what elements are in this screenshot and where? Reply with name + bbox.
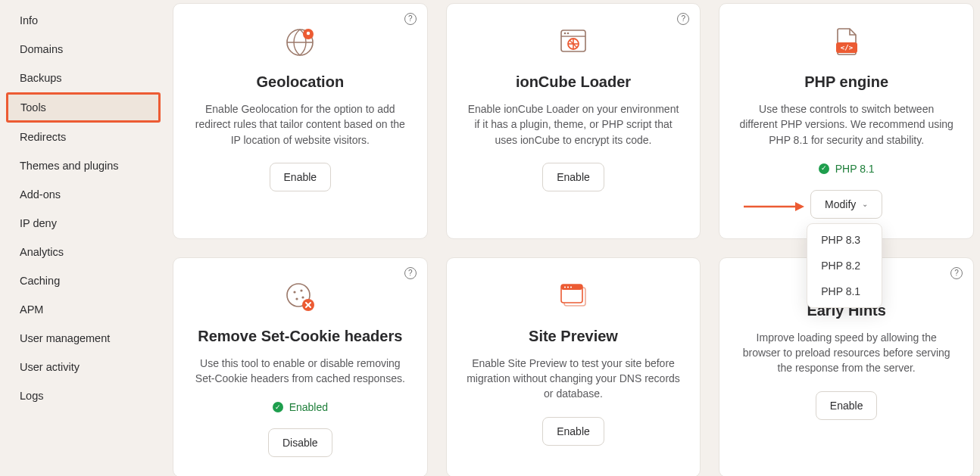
- help-icon[interactable]: ?: [677, 13, 689, 25]
- check-icon: ✓: [819, 163, 829, 174]
- sidebar-item-themes-plugins[interactable]: Themes and plugins: [6, 151, 161, 180]
- php-file-icon: </>: [829, 25, 864, 60]
- arrow-annotation-icon: [744, 201, 804, 212]
- status-enabled: ✓ Enabled: [273, 401, 328, 413]
- sidebar-item-domains[interactable]: Domains: [6, 35, 161, 64]
- card-description: Enable Site Preview to test your site be…: [467, 356, 681, 402]
- dropdown-item-php83[interactable]: PHP 8.3: [807, 227, 882, 253]
- card-php-engine: </> PHP engine Use these controls to swi…: [719, 3, 974, 239]
- card-remove-set-cookie: ? Remove Set-Cookie headers Use this too…: [173, 257, 428, 476]
- svg-point-18: [296, 297, 298, 300]
- sidebar-item-ip-deny[interactable]: IP deny: [6, 209, 161, 238]
- app-root: Info Domains Backups Tools Redirects The…: [0, 0, 980, 476]
- sidebar-item-addons[interactable]: Add-ons: [6, 180, 161, 209]
- chevron-down-icon: ⌄: [862, 200, 868, 208]
- sidebar-item-info[interactable]: Info: [6, 6, 161, 35]
- sidebar-item-tools[interactable]: Tools: [6, 92, 161, 123]
- help-icon[interactable]: ?: [950, 267, 963, 279]
- enable-button[interactable]: Enable: [816, 391, 878, 420]
- browser-preview-icon: [556, 279, 591, 314]
- card-description: Enable ionCube Loader on your environmen…: [467, 101, 681, 148]
- card-description: Enable Geolocation for the option to add…: [193, 101, 407, 148]
- card-description: Use these controls to switch between dif…: [739, 101, 953, 148]
- svg-marker-14: [795, 202, 804, 211]
- svg-point-16: [294, 291, 296, 293]
- sidebar-item-user-activity[interactable]: User activity: [6, 353, 161, 381]
- dropdown-item-php81[interactable]: PHP 8.1: [807, 278, 882, 304]
- status-text: PHP 8.1: [835, 163, 875, 175]
- svg-point-28: [570, 286, 572, 288]
- check-icon: ✓: [273, 402, 283, 412]
- modify-button[interactable]: Modify ⌄: [810, 190, 882, 219]
- browser-cube-icon: [556, 25, 591, 60]
- card-title: ionCube Loader: [516, 73, 631, 91]
- svg-point-5: [564, 33, 566, 35]
- php-version-dropdown: PHP 8.3 PHP 8.2 PHP 8.1: [807, 223, 882, 308]
- modify-button-label: Modify: [825, 198, 856, 210]
- php-status: ✓ PHP 8.1: [819, 163, 875, 175]
- svg-point-17: [301, 289, 303, 291]
- svg-point-19: [302, 296, 304, 298]
- modify-dropdown-wrap: Modify ⌄ PHP 8.3 PHP 8.2 PHP 8.1: [810, 190, 882, 219]
- sidebar-item-analytics[interactable]: Analytics: [6, 238, 161, 266]
- card-description: Improve loading speed by allowing the br…: [739, 330, 953, 376]
- sidebar-item-apm[interactable]: APM: [6, 295, 161, 324]
- cookie-remove-icon: [282, 279, 317, 314]
- sidebar: Info Domains Backups Tools Redirects The…: [0, 0, 167, 476]
- svg-point-27: [567, 286, 569, 288]
- card-description: Use this tool to enable or disable remov…: [193, 356, 407, 387]
- enable-button[interactable]: Enable: [542, 163, 604, 191]
- svg-text:</>: </>: [841, 44, 854, 51]
- card-ioncube: ? ionCube Loader Enable ionCube Loader o…: [446, 3, 701, 239]
- svg-point-6: [567, 33, 570, 35]
- sidebar-item-backups[interactable]: Backups: [6, 64, 161, 92]
- card-title: Site Preview: [529, 328, 618, 345]
- card-title: PHP engine: [804, 73, 888, 91]
- sidebar-item-user-management[interactable]: User management: [6, 324, 161, 353]
- tools-grid: ? Geolocation Enable Geolocation for the…: [167, 0, 980, 476]
- enable-button[interactable]: Enable: [542, 417, 604, 446]
- card-title: Geolocation: [257, 73, 345, 91]
- disable-button[interactable]: Disable: [268, 428, 332, 457]
- card-geolocation: ? Geolocation Enable Geolocation for the…: [173, 3, 428, 239]
- card-site-preview: Site Preview Enable Site Preview to test…: [446, 257, 701, 476]
- help-icon[interactable]: ?: [404, 267, 417, 279]
- card-title: Remove Set-Cookie headers: [198, 328, 402, 345]
- sidebar-item-caching[interactable]: Caching: [6, 266, 161, 295]
- svg-point-2: [307, 32, 310, 35]
- enable-button[interactable]: Enable: [270, 163, 332, 191]
- dropdown-item-php82[interactable]: PHP 8.2: [807, 253, 882, 278]
- status-text: Enabled: [289, 401, 328, 413]
- sidebar-item-logs[interactable]: Logs: [6, 381, 161, 410]
- globe-pin-icon: [282, 25, 317, 60]
- svg-point-26: [564, 286, 566, 288]
- sidebar-item-redirects[interactable]: Redirects: [6, 123, 161, 151]
- help-icon[interactable]: ?: [404, 13, 417, 25]
